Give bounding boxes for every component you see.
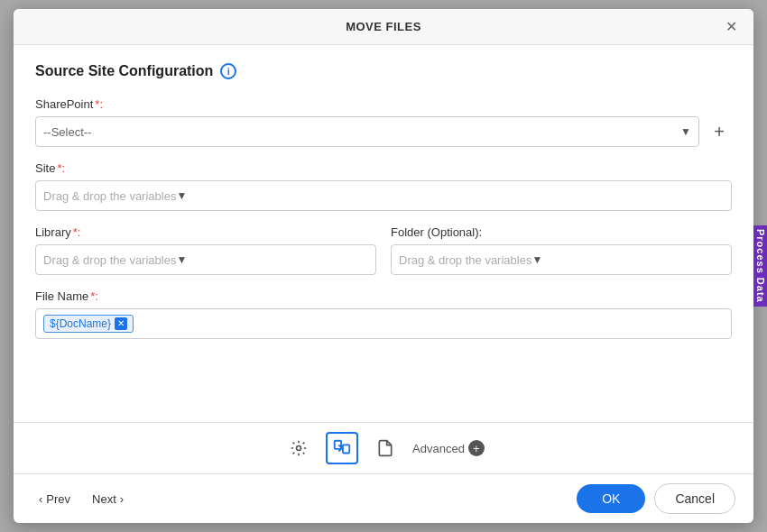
filename-field-group: File Name *: ${DocName} ✕ <box>35 289 732 339</box>
advanced-button[interactable]: Advanced + <box>412 440 485 456</box>
folder-chevron-icon: ▼ <box>531 253 542 266</box>
section-title-container: Source Site Configuration i <box>35 63 732 79</box>
prev-label: Prev <box>46 492 70 506</box>
info-icon[interactable]: i <box>220 63 236 79</box>
sharepoint-value: --Select-- <box>43 125 680 139</box>
prev-chevron-icon: ‹ <box>39 492 42 506</box>
next-chevron-icon: › <box>120 492 124 506</box>
ok-button[interactable]: OK <box>577 484 645 513</box>
sharepoint-required: *: <box>95 97 103 111</box>
advanced-plus-icon: + <box>468 440 485 456</box>
site-select[interactable]: Drag & drop the variables ▼ <box>35 180 732 211</box>
gear-icon <box>290 439 308 457</box>
move-files-icon <box>332 438 352 458</box>
nav-buttons: ‹ Prev Next › <box>32 489 131 509</box>
library-required: *: <box>73 225 81 239</box>
action-buttons: OK Cancel <box>577 483 735 514</box>
library-chevron-icon: ▼ <box>176 253 187 266</box>
svg-point-0 <box>297 446 301 451</box>
modal-overlay: ‹ Process Data MOVE FILES ✕ Source Site … <box>0 0 767 532</box>
svg-rect-1 <box>335 441 341 449</box>
modal-title: MOVE FILES <box>346 20 421 33</box>
section-title-text: Source Site Configuration <box>35 63 213 79</box>
next-label: Next <box>92 492 116 506</box>
site-label: Site *: <box>35 161 732 175</box>
sharepoint-select[interactable]: --Select-- ▼ <box>35 116 699 147</box>
site-chevron-icon: ▼ <box>176 189 187 202</box>
filename-required: *: <box>90 289 98 303</box>
cancel-button[interactable]: Cancel <box>654 483 735 514</box>
sharepoint-label: SharePoint *: <box>35 97 732 111</box>
docname-tag-remove-button[interactable]: ✕ <box>115 317 127 330</box>
advanced-label: Advanced <box>412 442 465 455</box>
modal-actions: ‹ Prev Next › OK Cancel <box>14 473 753 523</box>
library-label: Library *: <box>35 225 376 239</box>
sharepoint-select-wrapper: --Select-- ▼ + <box>35 116 732 147</box>
sharepoint-chevron-icon: ▼ <box>680 125 691 138</box>
prev-button[interactable]: ‹ Prev <box>32 489 78 509</box>
folder-label: Folder (Optional): <box>391 225 732 239</box>
move-icon-button[interactable] <box>326 432 358 464</box>
modal-header: MOVE FILES ✕ <box>14 9 753 45</box>
site-placeholder: Drag & drop the variables <box>43 189 176 203</box>
library-folder-row: Library *: Drag & drop the variables ▼ F… <box>35 225 732 289</box>
folder-placeholder: Drag & drop the variables <box>399 253 531 267</box>
folder-field-group: Folder (Optional): Drag & drop the varia… <box>391 225 732 275</box>
modal: ‹ Process Data MOVE FILES ✕ Source Site … <box>14 9 753 523</box>
document-icon <box>376 439 394 457</box>
settings-icon-button[interactable] <box>282 432 315 464</box>
side-tab-label: Process Data <box>755 229 766 303</box>
sharepoint-field-group: SharePoint *: --Select-- ▼ + <box>35 97 732 147</box>
folder-select[interactable]: Drag & drop the variables ▼ <box>391 244 732 275</box>
filename-label: File Name *: <box>35 289 732 303</box>
site-field-group: Site *: Drag & drop the variables ▼ <box>35 161 732 211</box>
library-field-group: Library *: Drag & drop the variables ▼ <box>35 225 376 275</box>
library-select[interactable]: Drag & drop the variables ▼ <box>35 244 376 275</box>
document-icon-button[interactable] <box>369 432 402 464</box>
docname-tag: ${DocName} ✕ <box>43 315 134 333</box>
library-placeholder: Drag & drop the variables <box>43 253 176 267</box>
close-button[interactable]: ✕ <box>720 18 743 36</box>
process-data-tab[interactable]: ‹ Process Data <box>753 225 767 307</box>
sharepoint-add-button[interactable]: + <box>707 119 732 144</box>
filename-tag-field[interactable]: ${DocName} ✕ <box>35 308 732 339</box>
next-button[interactable]: Next › <box>85 489 131 509</box>
svg-rect-2 <box>343 445 349 453</box>
site-required: *: <box>57 161 65 175</box>
footer-icons-bar: Advanced + <box>14 422 753 473</box>
docname-tag-value: ${DocName} <box>50 317 111 330</box>
modal-body: Source Site Configuration i SharePoint *… <box>14 45 753 422</box>
